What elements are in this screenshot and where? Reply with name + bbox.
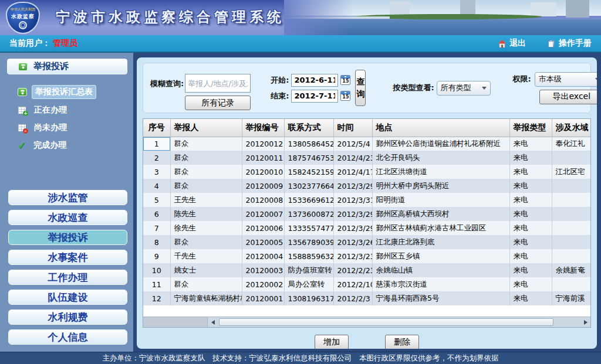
type-select[interactable]: 所有类型 xyxy=(437,81,491,96)
all-records-button[interactable]: 所有记录 xyxy=(185,96,251,110)
table-cell[interactable]: 20120011 xyxy=(242,151,284,165)
table-cell[interactable] xyxy=(552,207,590,221)
table-cell[interactable]: 2012/2/10 xyxy=(333,277,372,291)
sidebar-nav-water-patrol[interactable]: 水政巡查 xyxy=(8,210,127,225)
table-row[interactable]: 4群众20120009130237766492012/3/29明州大桥中房码头附… xyxy=(143,179,590,193)
table-cell[interactable]: 20120002 xyxy=(242,277,284,291)
table-cell[interactable]: 1 xyxy=(143,137,170,151)
table-cell[interactable]: 群众 xyxy=(170,235,242,249)
table-cell[interactable]: 慈溪市宗汉街道 xyxy=(372,277,509,291)
sidebar-item-completed[interactable]: ✓ 完成办理 xyxy=(18,139,133,152)
table-cell[interactable]: 2012/3/29 xyxy=(333,179,372,193)
add-button[interactable]: 增加 xyxy=(315,335,349,349)
table-cell[interactable]: 2012/3/29 xyxy=(333,207,372,221)
table-row[interactable]: 12宁海前童镇柘湖杨村杨伟林20120001130819631762012/2/… xyxy=(143,291,590,305)
table-cell[interactable]: 6 xyxy=(143,207,170,221)
table-cell[interactable]: 2012/4/17 xyxy=(333,165,372,179)
table-cell[interactable]: 13805864528 xyxy=(284,137,333,151)
sidebar-nav-personal-info[interactable]: 个人信息 xyxy=(8,329,127,345)
table-cell[interactable]: 来电 xyxy=(509,263,552,277)
table-cell[interactable]: 20120005 xyxy=(242,235,284,249)
table-row[interactable]: 1群众20120012138058645282012/5/4鄞州区钟公庙街道铜盆… xyxy=(143,137,590,151)
table-cell[interactable]: 2 xyxy=(143,151,170,165)
delete-button[interactable]: 删除 xyxy=(385,335,419,349)
calendar-icon[interactable]: 15 xyxy=(340,91,350,101)
table-row[interactable]: 6陈先生20120007137360087292012/3/29鄞州区高桥镇大西… xyxy=(143,207,590,221)
table-cell[interactable]: 20120003 xyxy=(242,263,284,277)
table-cell[interactable]: 13081963176 xyxy=(284,291,333,305)
sidebar-section-complaints[interactable]: 举报投诉 xyxy=(7,59,127,74)
table-cell[interactable]: 来电 xyxy=(509,277,552,291)
table-cell[interactable] xyxy=(552,235,590,249)
sidebar-item-complaint-summary[interactable]: 举报投诉汇总表 xyxy=(18,85,133,99)
table-row[interactable]: 2群众20120011187574675372012/4/23北仑开良码头来电 xyxy=(143,151,590,165)
table-cell[interactable] xyxy=(552,193,590,207)
export-excel-button[interactable]: 导出excel xyxy=(539,90,597,104)
table-cell[interactable]: 来电 xyxy=(509,221,552,235)
scroll-right-button[interactable] xyxy=(580,318,590,327)
fuzzy-query-input[interactable] xyxy=(185,74,251,93)
scrollbar-thumb[interactable] xyxy=(219,318,553,326)
table-cell[interactable]: 鄞州区高桥镇大西坝村 xyxy=(372,207,509,221)
table-cell[interactable]: 2012/5/4 xyxy=(333,137,372,151)
table-cell[interactable]: 江北区洪塘街道 xyxy=(372,165,509,179)
table-cell[interactable]: 宁海前溪 xyxy=(552,291,590,305)
table-cell[interactable]: 2012/3/23 xyxy=(333,249,372,263)
table-cell[interactable]: 15888596325 xyxy=(284,249,333,263)
table-cell[interactable]: 15824521597 xyxy=(284,165,333,179)
sidebar-nav-water-fees[interactable]: 水利规费 xyxy=(8,309,127,325)
table-cell[interactable]: 11 xyxy=(143,277,170,291)
table-cell[interactable]: 4 xyxy=(143,179,170,193)
table-cell[interactable]: 王先生 xyxy=(170,193,242,207)
table-cell[interactable] xyxy=(552,221,590,235)
sidebar-nav-water-cases[interactable]: 水事案件 xyxy=(8,250,127,265)
table-cell[interactable]: 防办值班室转 xyxy=(284,263,333,277)
table-row[interactable]: 9千先生20120004158885963252012/3/23鄞州区五乡镇来电 xyxy=(143,249,590,263)
table-cell[interactable]: 姚女士 xyxy=(170,263,242,277)
table-cell[interactable]: 8 xyxy=(143,235,170,249)
table-cell[interactable]: 20120001 xyxy=(242,291,284,305)
table-cell[interactable]: 阳明街道 xyxy=(372,193,509,207)
end-date-input[interactable] xyxy=(291,90,338,103)
table-cell[interactable]: 9 xyxy=(143,249,170,263)
table-cell[interactable]: 鄞州区钟公庙街道铜盆浦村礼花桥附近 xyxy=(372,137,509,151)
table-cell[interactable]: 20120012 xyxy=(242,137,284,151)
table-cell[interactable]: 来电 xyxy=(509,207,552,221)
table-cell[interactable]: 7 xyxy=(143,221,170,235)
table-cell[interactable]: 江北区宅 xyxy=(552,165,590,179)
table-cell[interactable]: 13567890390 xyxy=(284,235,333,249)
table-row[interactable]: 8群众20120005135678903902012/3/26江北康庄北路到底来… xyxy=(143,235,590,249)
sidebar-item-not-processed[interactable]: - 尚未办理 xyxy=(18,121,133,134)
table-cell[interactable] xyxy=(552,179,590,193)
table-cell[interactable]: 20120006 xyxy=(242,221,284,235)
table-cell[interactable]: 来电 xyxy=(509,137,552,151)
table-cell[interactable]: 20120007 xyxy=(242,207,284,221)
sidebar-nav-team-building[interactable]: 队伍建设 xyxy=(8,290,127,305)
table-row[interactable]: 5王先生20120008153366961212012/3/31阳明街道来电 xyxy=(143,193,590,207)
table-cell[interactable]: 13335574778 xyxy=(284,221,333,235)
table-cell[interactable]: 江北康庄北路到底 xyxy=(372,235,509,249)
table-cell[interactable]: 余姚新奄 xyxy=(552,263,590,277)
table-cell[interactable]: 陈先生 xyxy=(170,207,242,221)
table-cell[interactable]: 18757467537 xyxy=(284,151,333,165)
table-cell[interactable]: 来电 xyxy=(509,193,552,207)
table-cell[interactable]: 20120008 xyxy=(242,193,284,207)
table-cell[interactable]: 来电 xyxy=(509,235,552,249)
table-cell[interactable]: 来电 xyxy=(509,151,552,165)
table-cell[interactable]: 奉化江礼 xyxy=(552,137,590,151)
logout-button[interactable]: 退出 xyxy=(498,38,526,49)
horizontal-scrollbar[interactable] xyxy=(143,317,590,327)
table-cell[interactable]: 鄞州区古林镇蓟水港古林工业园区 xyxy=(372,221,509,235)
table-cell[interactable]: 2012/2/3 xyxy=(333,291,372,305)
permission-select[interactable]: 市本级 xyxy=(535,72,597,87)
table-cell[interactable] xyxy=(552,249,590,263)
table-cell[interactable] xyxy=(552,277,590,291)
query-button[interactable]: 查询 xyxy=(355,70,366,106)
table-cell[interactable]: 2012/3/31 xyxy=(333,193,372,207)
table-cell[interactable]: 明州大桥中房码头附近 xyxy=(372,179,509,193)
table-cell[interactable]: 群众 xyxy=(170,151,242,165)
start-date-input[interactable] xyxy=(291,74,338,87)
table-cell[interactable]: 宁海县环南西路5号 xyxy=(372,291,509,305)
table-cell[interactable]: 13736008729 xyxy=(284,207,333,221)
table-cell[interactable]: 群众 xyxy=(170,137,242,151)
